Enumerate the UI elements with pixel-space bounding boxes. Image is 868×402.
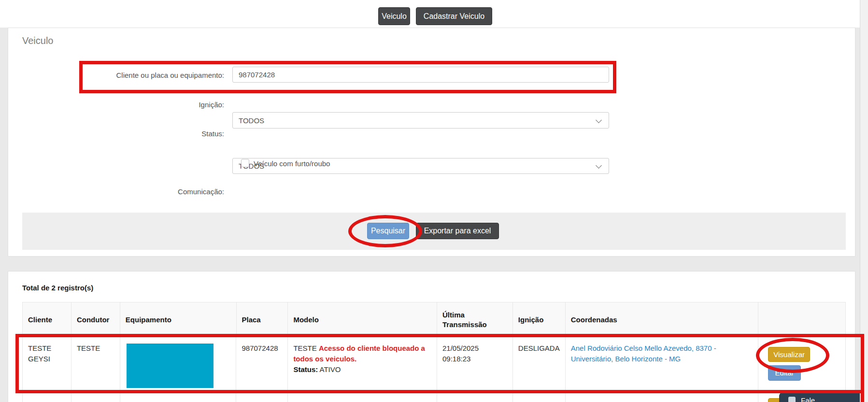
ignition-select-value: TODOS [239,116,264,125]
editar-button[interactable]: Editar [768,365,801,381]
theft-checkbox-label: Veículo com furto/roubo [254,159,330,168]
chat-bubble-icon [788,397,796,402]
table-header-row: Cliente Condutor Equipamento Placa Model… [23,302,845,337]
ignition-select[interactable]: TODOS [232,112,609,129]
col-header-placa: Placa [237,302,288,337]
scrollbar[interactable] [860,0,868,402]
col-header-equipamento: Equipamento [120,302,237,337]
table-row: TESTE GEYSI TESTE 987072428 TESTE Acesso… [23,337,845,393]
coordinates-link[interactable]: Anel Rodoviário Celso Mello Azevedo, 837… [571,344,716,363]
cell-equipamento [120,337,237,393]
search-field-label: Cliente ou placa ou equipamento: [41,71,224,79]
exportar-excel-button[interactable]: Exportar para excel [416,223,499,239]
chevron-down-icon [596,117,602,123]
ignition-field-label: Ignição: [41,100,224,109]
modelo-text: TESTE [293,344,316,352]
nav-veiculo-button[interactable]: Veiculo [378,7,410,25]
transmission-date: 21/05/2025 [442,343,508,354]
chat-widget-label: Fale [801,396,815,402]
pesquisar-button[interactable]: Pesquisar [367,223,409,239]
results-table: Cliente Condutor Equipamento Placa Model… [22,302,846,402]
chevron-down-icon [596,162,602,169]
visualizar-button[interactable]: Visualizar [768,347,810,362]
app-window: Veiculo Cadastrar Veiculo Veiculo Client… [0,0,868,402]
col-header-actions [758,302,845,337]
col-header-modelo: Modelo [288,302,437,337]
status-field-label: Status: [41,129,224,138]
theft-checkbox[interactable] [241,159,249,167]
status-value: ATIVO [320,365,341,373]
cell-actions: Visualizar Editar [758,337,845,393]
cell-coordenadas: Anel Rodoviário Celso Mello Azevedo, 837… [566,337,759,393]
cell-modelo: TESTE Acesso do cliente bloqueado a todo… [288,337,437,393]
communication-field-label: Comunicação: [41,187,224,196]
status-label: Status: [293,365,318,373]
col-header-cliente: Cliente [23,302,71,337]
cell-condutor: TESTE [71,337,120,393]
panel-title: Veiculo [22,35,54,46]
equipment-image-placeholder [127,344,213,388]
nav-cadastrar-veiculo-button[interactable]: Cadastrar Veiculo [416,7,492,25]
cell-ultima-transmissao: 21/05/2025 09:18:23 [437,337,513,393]
table-row-partial [23,393,845,402]
chat-widget-bar[interactable]: Fale [779,392,868,402]
cell-placa: 987072428 [236,337,288,393]
col-header-ignicao: Ignição [513,302,566,337]
cell-ignicao: DESLIGADA [513,337,566,393]
results-total-text: Total de 2 registro(s) [22,284,93,292]
col-header-condutor: Condutor [71,302,120,337]
col-header-ultima-transmissao: Última Transmissão [437,302,513,337]
col-header-coordenadas: Coordenadas [566,302,758,337]
transmission-time: 09:18:23 [442,354,508,364]
cell-cliente: TESTE GEYSI [23,337,71,393]
search-input[interactable] [232,67,609,83]
